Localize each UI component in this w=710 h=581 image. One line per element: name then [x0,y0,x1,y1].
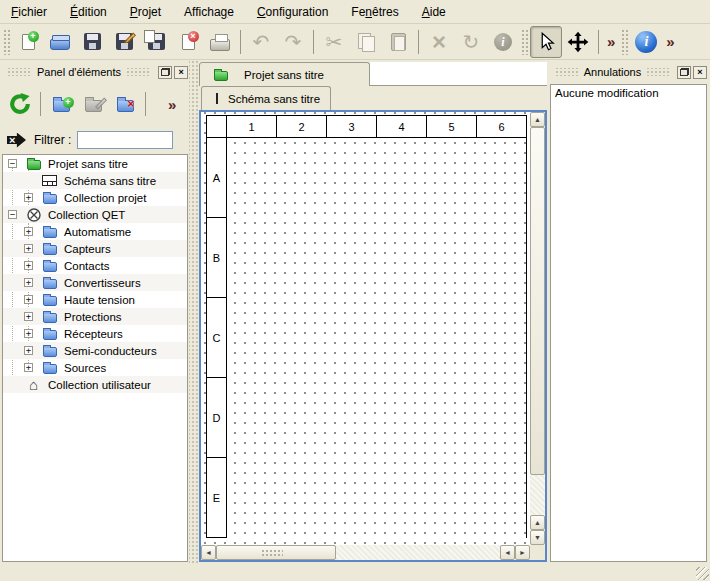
tab-schema-sans-titre[interactable]: Schéma sans titre [201,86,331,110]
menu-affichage[interactable]: Affichage [177,2,241,22]
new-project-button[interactable]: + [12,26,44,58]
project-folder-icon [214,71,228,81]
expand-expander[interactable]: + [24,261,33,270]
save-as-button[interactable] [108,26,140,58]
expand-expander[interactable]: + [24,193,33,202]
float-panel-button[interactable] [677,66,691,79]
dock-gripper [7,68,32,76]
new-category-button[interactable]: + [45,88,77,120]
expand-expander[interactable]: + [24,244,33,253]
info-icon: i [494,33,512,51]
elements-panel-toolbar: + × » [0,84,197,124]
folder-icon [43,279,57,289]
row-header: D [206,377,227,458]
row-header: E [206,457,227,538]
tree-item-semi-conducteurs[interactable]: + Semi-conducteurs [3,342,187,359]
menu-aide[interactable]: Aide [415,2,453,22]
tree-item-sources[interactable]: + Sources [3,359,187,376]
scroll-down-button[interactable]: ▼ [530,530,545,545]
scrollbar-thumb[interactable] [530,127,545,475]
copy-button[interactable] [350,26,382,58]
copy-icon [357,33,375,51]
menu-fenetres[interactable]: Fenêtres [344,2,405,22]
tab-projet-sans-titre[interactable]: Projet sans titre [199,62,370,86]
redo-button[interactable]: ↷ [277,26,309,58]
tree-item-collection-qet[interactable]: − Collection QET [3,206,187,223]
expand-expander[interactable]: + [24,278,33,287]
toolbar-drag-handle[interactable] [621,29,628,55]
collapse-expander[interactable]: − [8,159,17,168]
restore-icon [680,68,689,76]
expand-expander[interactable]: + [24,312,33,321]
paste-button[interactable] [382,26,414,58]
menu-projet[interactable]: Projet [123,2,168,22]
scrollbar-thumb[interactable] [216,545,336,560]
scroll-up-button[interactable]: ▲ [530,515,545,530]
tree-item-projet-sans-titre[interactable]: − Projet sans titre [3,155,187,172]
collapse-expander[interactable]: − [8,210,17,219]
expand-expander[interactable]: + [24,346,33,355]
rotate-button[interactable]: ↻ [455,26,487,58]
tree-item-haute-tension[interactable]: + Haute tension [3,291,187,308]
edit-category-button[interactable] [77,88,109,120]
expand-expander[interactable]: + [24,363,33,372]
close-panel-button[interactable]: × [174,66,188,79]
about-info-button[interactable]: i [630,26,662,58]
elements-panel-titlebar: Panel d'éléments × [2,64,188,80]
scroll-left-button[interactable]: ◄ [201,545,216,560]
delete-button[interactable]: × [423,26,455,58]
tree-item-recepteurs[interactable]: + Récepteurs [3,325,187,342]
print-button[interactable] [204,26,236,58]
tree-item-convertisseurs[interactable]: + Convertisseurs [3,274,187,291]
menu-configuration[interactable]: Configuration [250,2,335,22]
folder-icon [43,194,57,204]
expand-expander[interactable]: + [24,329,33,338]
resize-grip[interactable] [696,567,709,580]
scroll-left-button[interactable]: ◄ [500,545,515,560]
tree-item-schema-sans-titre[interactable]: Schéma sans titre [3,172,187,189]
expand-expander[interactable]: + [24,227,33,236]
selection-mode-button[interactable] [530,26,562,58]
pan-mode-button[interactable] [562,26,594,58]
toolbar-overflow-button[interactable]: » [662,33,678,50]
undo-button[interactable]: ↶ [245,26,277,58]
panel-splitter[interactable] [189,60,199,565]
close-file-button[interactable]: × [172,26,204,58]
save-button[interactable] [76,26,108,58]
close-panel-button[interactable]: × [693,66,707,79]
filter-input[interactable] [77,131,173,149]
paste-icon [391,33,406,51]
dock-gripper [555,68,579,76]
cut-button[interactable]: ✂ [318,26,350,58]
toolbar-drag-handle[interactable] [521,29,528,55]
undo-list-item[interactable]: Aucune modification [551,85,706,101]
save-all-button[interactable] [140,26,172,58]
scrollbar-corner [530,545,545,560]
toolbar-separator [240,30,241,54]
delete-category-button[interactable]: × [109,88,141,120]
tree-item-collection-utilisateur[interactable]: ⌂ Collection utilisateur [3,376,187,393]
clear-filter-icon[interactable] [7,133,26,148]
toolbar-overflow-button[interactable]: » [603,33,619,50]
scroll-right-button[interactable]: ► [515,545,530,560]
tree-item-automatisme[interactable]: + Automatisme [3,223,187,240]
row-header: B [206,217,227,298]
toolbar-drag-handle[interactable] [3,29,10,55]
scroll-up-button[interactable]: ▲ [530,112,545,127]
menu-fichier[interactable]: Fichier [4,2,54,22]
expand-expander[interactable]: + [24,295,33,304]
delete-icon: × [432,30,446,54]
element-info-button[interactable]: i [487,26,519,58]
tree-item-contacts[interactable]: + Contacts [3,257,187,274]
tree-item-protections[interactable]: + Protections [3,308,187,325]
menu-edition[interactable]: Édition [63,2,114,22]
open-project-button[interactable] [44,26,76,58]
reload-collections-button[interactable] [4,88,36,120]
column-header: 1 [226,115,277,138]
panel-toolbar-overflow-button[interactable]: » [164,96,180,113]
float-panel-button[interactable] [158,66,172,79]
tree-item-collection-projet[interactable]: + Collection projet [3,189,187,206]
tree-item-capteurs[interactable]: + Capteurs [3,240,187,257]
folder-icon [43,364,57,374]
schema-canvas[interactable]: 1 2 3 4 5 6 A B C D E [201,112,530,545]
